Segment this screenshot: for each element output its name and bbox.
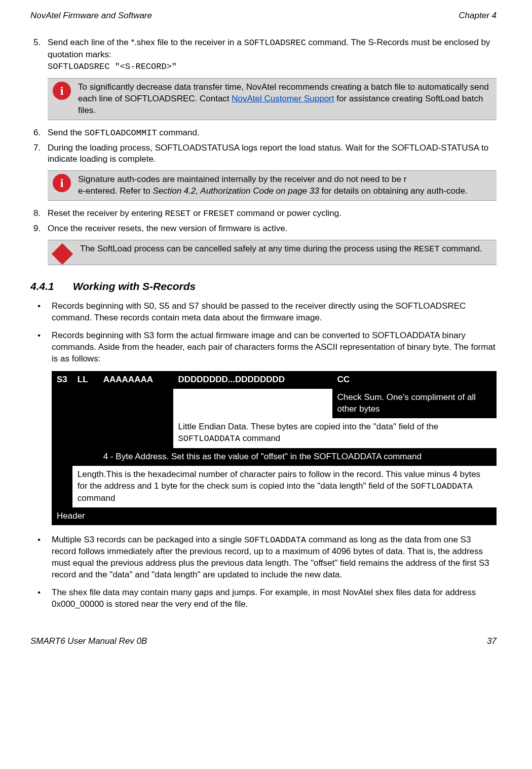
section-heading: 4.4.1 Working with S-Records [30, 279, 497, 294]
text: Little Endian Data. These bytes are copi… [178, 422, 439, 431]
support-link[interactable]: NovAtel Customer Support [232, 94, 334, 103]
warning-icon [52, 243, 73, 265]
section-ref: Section 4.2, Authorization Code on page … [153, 186, 319, 196]
bullet-2: • Records beginning with S3 form the act… [37, 330, 497, 365]
step-6: 6. Send the SOFTLOADCOMMIT command. [30, 127, 497, 139]
code: SOFTLOADDATA [178, 434, 240, 444]
step-body: Reset the receiver by entering RESET or … [48, 208, 497, 220]
text: command. [157, 128, 200, 137]
step-5: 5. Send each line of the *.shex file to … [30, 37, 497, 73]
warning-callout-reset: The SoftLoad process can be cancelled sa… [48, 240, 497, 265]
code: FRESET [203, 209, 234, 218]
table-row-length: Length.This is the hexadecimal number of… [52, 466, 497, 507]
data-desc: Little Endian Data. These bytes are copi… [173, 418, 497, 448]
bullet-3: • Multiple S3 records can be packaged in… [37, 534, 497, 581]
info-callout-batch: i To significantly decrease data transfe… [48, 78, 497, 120]
table-row-address: 4 - Byte Address. Set this as the value … [52, 448, 497, 466]
header-desc: Header [52, 507, 497, 525]
text: The SoftLoad process can be cancelled sa… [80, 244, 414, 253]
code: SOFTLOADSREC [244, 38, 306, 48]
text: for details on obtaining any auth-code. [319, 186, 468, 196]
table-row-data: Little Endian Data. These bytes are copi… [52, 418, 497, 448]
text: e-entered. Refer to [78, 186, 153, 196]
bullet-text: Records beginning with S3 form the actua… [52, 330, 497, 365]
footer-right: 37 [487, 636, 497, 647]
text: Reset the receiver by entering [48, 208, 165, 218]
code: SOFTLOADDATA [244, 535, 306, 545]
text: Send each line of the *.shex file to the… [48, 38, 244, 47]
callout-body: The SoftLoad process can be cancelled sa… [80, 243, 491, 255]
step-number: 9. [30, 223, 48, 235]
address-desc: 4 - Byte Address. Set this as the value … [98, 448, 497, 466]
text: command. [440, 244, 482, 253]
cell-s3: S3 [52, 371, 72, 389]
step-body: Send each line of the *.shex file to the… [48, 37, 497, 73]
bullet-4: • The shex file data may contain many ga… [37, 587, 497, 610]
bullet-1: • Records beginning with S0, S5 and S7 s… [37, 301, 497, 324]
step-7: 7. During the loading process, SOFTLOADS… [30, 142, 497, 166]
code: SOFTLOADDATA [410, 482, 472, 491]
section-number: 4.4.1 [30, 279, 70, 294]
s3-record-table: S3 LL AAAAAAAA DDDDDDDD...DDDDDDDD CC Ch… [52, 371, 497, 525]
code-line: SOFTLOADSREC "<S-RECORD>" [48, 62, 177, 71]
text: command [240, 433, 280, 443]
table-row-footer: Header [52, 507, 497, 525]
callout-body: Signature auth-codes are maintained inte… [78, 174, 491, 197]
cell-dddd: DDDDDDDD...DDDDDDDD [173, 371, 332, 389]
page-header: NovAtel Firmware and Software Chapter 4 [30, 10, 497, 22]
info-callout-authcode: i Signature auth-codes are maintained in… [48, 170, 497, 201]
bullet-text: Records beginning with S0, S5 and S7 sho… [52, 301, 497, 324]
table-row-header: S3 LL AAAAAAAA DDDDDDDD...DDDDDDDD CC [52, 371, 497, 389]
text: Send the [48, 128, 85, 137]
bullet-marker: • [37, 301, 52, 324]
step-body: Send the SOFTLOADCOMMIT command. [48, 127, 497, 139]
checksum-desc: Check Sum. One's compliment of all other… [332, 389, 497, 418]
info-icon: i [53, 82, 71, 100]
step-number: 8. [30, 208, 48, 220]
bullet-text: The shex file data may contain many gaps… [52, 587, 497, 610]
text: or [191, 208, 204, 218]
table-row-checksum: Check Sum. One's compliment of all other… [52, 389, 497, 418]
step-body: During the loading process, SOFTLOADSTAT… [48, 142, 497, 166]
step-body: Once the receiver resets, the new versio… [48, 223, 497, 235]
bullet-marker: • [37, 587, 52, 610]
info-icon: i [53, 174, 71, 192]
bullet-marker: • [37, 534, 52, 581]
text: command [78, 493, 116, 503]
length-desc: Length.This is the hexadecimal number of… [72, 466, 497, 507]
cell-cc: CC [332, 371, 497, 389]
code: SOFTLOADCOMMIT [85, 128, 157, 138]
code: RESET [414, 244, 440, 254]
text: command or power cycling. [234, 208, 341, 218]
cell-aaaa: AAAAAAAA [98, 371, 173, 389]
code: RESET [165, 209, 191, 218]
step-8: 8. Reset the receiver by entering RESET … [30, 208, 497, 220]
bullet-text: Multiple S3 records can be packaged into… [52, 534, 497, 581]
cell-ll: LL [72, 371, 98, 389]
text: Multiple S3 records can be packaged into… [52, 535, 244, 544]
bullet-marker: • [37, 330, 52, 365]
callout-body: To significantly decrease data transfer … [78, 82, 491, 117]
section-title: Working with S-Records [73, 280, 196, 292]
step-number: 7. [30, 142, 48, 166]
page-footer: SMART6 User Manual Rev 0B 37 [30, 636, 497, 647]
step-number: 5. [30, 37, 48, 73]
step-number: 6. [30, 127, 48, 139]
header-right: Chapter 4 [459, 10, 497, 22]
header-left: NovAtel Firmware and Software [30, 10, 152, 22]
step-9: 9. Once the receiver resets, the new ver… [30, 223, 497, 235]
footer-left: SMART6 User Manual Rev 0B [30, 636, 147, 647]
text: Signature auth-codes are maintained inte… [78, 174, 406, 184]
